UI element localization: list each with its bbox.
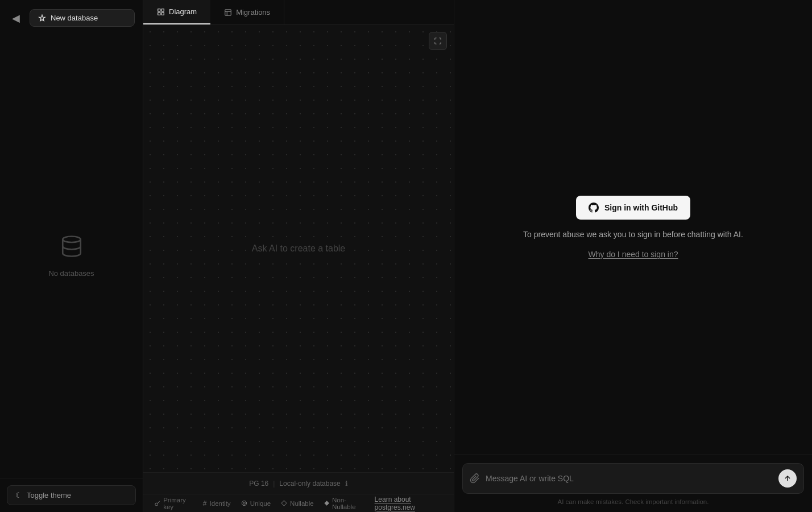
unique-icon [241, 500, 247, 506]
prevent-abuse-text: To prevent abuse we ask you to sign in b… [523, 229, 743, 241]
new-database-label: New database [51, 14, 98, 22]
svg-point-5 [242, 501, 246, 505]
svg-rect-1 [225, 9, 231, 15]
info-icon: ℹ [345, 480, 348, 488]
learn-about-link[interactable]: Learn about postgres.new [375, 496, 442, 511]
dot-grid-background [143, 25, 454, 472]
sidebar: ◀ New database No databases ☾ Toggle the… [0, 0, 143, 512]
collapse-icon: ◀ [12, 12, 20, 24]
sign-in-github-label: Sign in with GitHub [604, 203, 678, 212]
fullscreen-icon [434, 37, 442, 45]
chat-attach-button[interactable] [470, 473, 480, 484]
toggle-theme-label: Toggle theme [27, 491, 71, 499]
legend-non-nullable-label: Non-Nullable [332, 497, 364, 510]
legend-primary-key: Primary key [155, 497, 193, 510]
moon-icon: ☾ [15, 491, 22, 499]
paperclip-icon [470, 473, 480, 484]
nullable-icon [281, 500, 287, 506]
tab-diagram[interactable]: Diagram [143, 0, 210, 24]
legend-non-nullable: Non-Nullable [324, 497, 364, 510]
chat-send-button[interactable] [778, 469, 797, 488]
fullscreen-button[interactable] [429, 32, 447, 50]
sign-in-github-button[interactable]: Sign in with GitHub [576, 196, 690, 220]
hash-icon: # [203, 499, 207, 507]
migrations-icon [224, 9, 232, 16]
tab-migrations-label: Migrations [236, 8, 270, 16]
legend-identity-label: Identity [210, 500, 231, 507]
diagram-icon [157, 8, 165, 16]
chat-input[interactable] [486, 474, 773, 483]
svg-point-4 [155, 503, 158, 506]
right-panel: Sign in with GitHub To prevent abuse we … [454, 0, 812, 512]
sidebar-header: ◀ New database [0, 0, 143, 34]
legend-identity: # Identity [203, 499, 231, 507]
right-panel-content: Sign in with GitHub To prevent abuse we … [454, 0, 812, 455]
database-icon [60, 234, 84, 263]
legend-bar: Primary key # Identity Unique Nullable N… [143, 494, 454, 512]
no-databases-text: No databases [48, 269, 94, 278]
legend-nullable: Nullable [281, 500, 314, 507]
chat-input-wrapper [462, 463, 804, 494]
tabs-bar: Diagram Migrations [143, 0, 454, 25]
non-nullable-icon [324, 500, 329, 506]
status-divider: | [273, 480, 275, 488]
chat-disclaimer: AI can make mistakes. Check important in… [462, 498, 804, 505]
legend-nullable-label: Nullable [290, 500, 314, 507]
why-sign-in-link[interactable]: Why do I need to sign in? [589, 250, 678, 259]
local-db-text: Local-only database [279, 480, 340, 488]
key-icon [155, 500, 160, 507]
sidebar-content: No databases [0, 34, 143, 478]
diagram-area: Ask AI to create a table [143, 25, 454, 472]
svg-point-0 [63, 236, 81, 242]
toggle-theme-button[interactable]: ☾ Toggle theme [7, 485, 136, 505]
tab-migrations[interactable]: Migrations [210, 0, 284, 24]
new-database-button[interactable]: New database [30, 9, 135, 27]
send-icon [784, 474, 792, 482]
chat-footer: AI can make mistakes. Check important in… [454, 455, 812, 512]
github-icon [589, 203, 599, 213]
main-content: Diagram Migrations Ask AI to create a ta… [143, 0, 454, 512]
sparkle-icon [38, 14, 46, 22]
pg-version: PG 16 [249, 480, 268, 488]
sidebar-collapse-button[interactable]: ◀ [8, 10, 24, 26]
tab-diagram-label: Diagram [169, 7, 197, 16]
legend-unique: Unique [241, 500, 271, 507]
svg-point-6 [243, 502, 245, 505]
legend-primary-key-label: Primary key [163, 497, 193, 510]
status-bar: PG 16 | Local-only database ℹ [143, 472, 454, 494]
sidebar-footer: ☾ Toggle theme [0, 478, 143, 512]
legend-unique-label: Unique [250, 500, 271, 507]
